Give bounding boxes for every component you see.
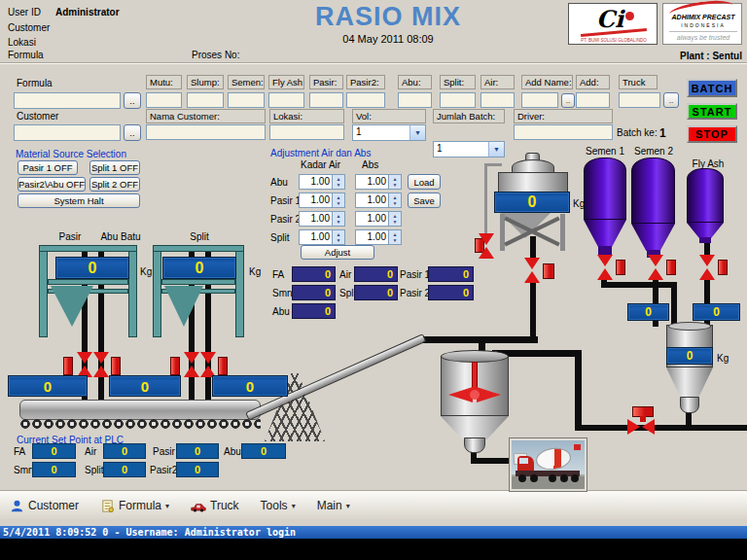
driver-input[interactable] xyxy=(514,124,613,140)
stop-button[interactable]: STOP xyxy=(687,125,737,143)
pasir2abu-toggle-button[interactable]: Pasir2\Abu OFF xyxy=(18,177,86,192)
split1-toggle-button[interactable]: Split 1 OFF xyxy=(89,160,140,175)
logo-ci-mark: Ci xyxy=(596,5,623,33)
abu-kadar-air-spinner[interactable]: 1.00 ▲▼ xyxy=(299,174,345,190)
load-button[interactable]: Load xyxy=(408,174,441,190)
split2-toggle-button[interactable]: Split 2 OFF xyxy=(89,177,140,192)
mixer-spout xyxy=(464,438,485,453)
logo-adhimix-line2: INDONESIA xyxy=(663,22,743,28)
plc-split-label: Split xyxy=(85,465,103,475)
pasir2-kadar-air-spinner[interactable]: 1.00 ▲▼ xyxy=(299,211,345,227)
customer-browse-button[interactable]: .. xyxy=(124,124,141,141)
addname-input[interactable] xyxy=(521,92,558,108)
formula-input[interactable] xyxy=(14,92,121,109)
toolbar-main-item[interactable]: Main ▾ xyxy=(313,497,354,514)
toolbar-formula-label: Formula xyxy=(119,499,161,512)
save-button[interactable]: Save xyxy=(408,192,441,208)
customer-input[interactable] xyxy=(14,124,121,141)
valve-icon xyxy=(699,255,715,280)
system-halt-button[interactable]: System Halt xyxy=(18,193,140,208)
formula-field-label: Formula xyxy=(17,78,53,88)
truck-input[interactable] xyxy=(619,92,660,108)
adjustment-title: Adjustment Air dan Abs xyxy=(270,148,371,158)
start-button[interactable]: START xyxy=(687,103,737,120)
truck-flag xyxy=(574,444,581,450)
spinner-arrows-icon[interactable]: ▲▼ xyxy=(388,175,401,189)
formula-document-icon xyxy=(100,499,115,513)
toolbar-customer-item[interactable]: Customer xyxy=(6,497,83,515)
bin2-kg-unit: Kg xyxy=(249,266,261,277)
semen-display-1: 0 xyxy=(627,303,669,321)
spinner-arrows-icon[interactable]: ▲▼ xyxy=(388,230,401,244)
split-abs-spinner[interactable]: 1.00 ▲▼ xyxy=(355,229,402,245)
toolbar-tools-item[interactable]: Tools ▾ xyxy=(257,497,300,514)
customer-field-label: Customer xyxy=(17,111,58,122)
bin1-frame xyxy=(39,245,48,337)
bin1-weight-display: 0 xyxy=(55,257,129,279)
bin2-frame xyxy=(161,279,235,285)
valve-icon xyxy=(77,352,92,377)
pasir2-input[interactable] xyxy=(346,92,385,108)
semen-input[interactable] xyxy=(228,92,265,108)
spinner-arrows-icon[interactable]: ▲▼ xyxy=(332,193,344,207)
batch-ke-value: 1 xyxy=(659,126,666,140)
vol-dropdown-arrow-icon[interactable]: ▼ xyxy=(409,125,425,140)
jumlah-batch-dropdown-arrow-icon[interactable]: ▼ xyxy=(488,142,504,157)
truck-wheel xyxy=(571,474,579,482)
valve-icon xyxy=(627,419,655,435)
adjust-button[interactable]: Adjust xyxy=(301,245,374,260)
bin1-abubatu-label: Abu Batu xyxy=(95,231,146,242)
pasir-input[interactable] xyxy=(309,92,343,108)
add-input[interactable] xyxy=(576,92,610,108)
plc-abu-value: 0 xyxy=(241,443,286,459)
slump-input[interactable] xyxy=(187,92,224,108)
split-input[interactable] xyxy=(440,92,476,108)
actual-fa-label: FA xyxy=(272,269,284,280)
pasir1-kadar-air-spinner[interactable]: 1.00 ▲▼ xyxy=(299,192,345,208)
driver-label: Driver: xyxy=(514,109,613,123)
valve-handle-icon xyxy=(111,357,121,375)
pipe xyxy=(575,350,582,431)
air-input[interactable] xyxy=(480,92,515,108)
adj-split-label: Split xyxy=(270,232,289,243)
bin2-frame xyxy=(235,245,244,337)
abu-input[interactable] xyxy=(398,92,432,108)
bin1-pasir-label: Pasir xyxy=(51,231,89,242)
silo1-label: Semen 1 xyxy=(582,146,628,157)
abu-abs-value: 1.00 xyxy=(356,175,388,189)
abu-abs-spinner[interactable]: 1.00 ▲▼ xyxy=(355,174,402,190)
toolbar-truck-item[interactable]: Truck xyxy=(187,497,243,515)
pasir1-toggle-button[interactable]: Pasir 1 OFF xyxy=(18,160,78,175)
pasir1-abs-spinner[interactable]: 1.00 ▲▼ xyxy=(355,192,402,208)
user-id-label: User ID xyxy=(8,7,41,18)
plc-fa-value: 0 xyxy=(32,443,76,459)
spinner-arrows-icon[interactable]: ▲▼ xyxy=(332,212,344,226)
hopper-kg-unit: Kg xyxy=(717,353,729,364)
formula-browse-button[interactable]: .. xyxy=(124,92,141,109)
bin2-frame xyxy=(153,245,244,252)
pasir2-abs-spinner[interactable]: 1.00 ▲▼ xyxy=(355,211,402,227)
truck-browse-button[interactable]: .. xyxy=(663,92,679,108)
customer-header-label: Customer xyxy=(8,22,50,33)
spinner-arrows-icon[interactable]: ▲▼ xyxy=(332,230,344,244)
pipe xyxy=(486,163,502,166)
lokasi-input[interactable] xyxy=(269,124,344,140)
toolbar-formula-item[interactable]: Formula ▾ xyxy=(96,497,173,515)
spinner-arrows-icon[interactable]: ▲▼ xyxy=(388,193,401,207)
flyash-input[interactable] xyxy=(268,92,304,108)
logo-adhimix: ADHIMIX PRECAST INDONESIA always be trus… xyxy=(662,3,742,45)
addname-browse-button[interactable]: .. xyxy=(561,93,575,108)
actual-pasir2-label: Pasir 2 xyxy=(400,288,430,298)
proses-no-label: Proses No: xyxy=(192,50,239,60)
jumlah-batch-dropdown[interactable]: 1 ▼ xyxy=(433,141,505,158)
batch-button[interactable]: BATCH xyxy=(687,79,737,97)
spinner-arrows-icon[interactable]: ▲▼ xyxy=(332,175,344,189)
vol-dropdown[interactable]: 1 ▼ xyxy=(352,124,426,141)
plc-pasir2-value: 0 xyxy=(176,462,219,477)
split-kadar-air-spinner[interactable]: 1.00 ▲▼ xyxy=(299,229,345,245)
mutu-input[interactable] xyxy=(146,92,182,108)
cement-hopper-weight-display: 0 xyxy=(666,347,713,365)
nama-customer-input[interactable] xyxy=(146,124,266,140)
actual-air-value: 0 xyxy=(354,266,398,282)
spinner-arrows-icon[interactable]: ▲▼ xyxy=(388,212,401,226)
